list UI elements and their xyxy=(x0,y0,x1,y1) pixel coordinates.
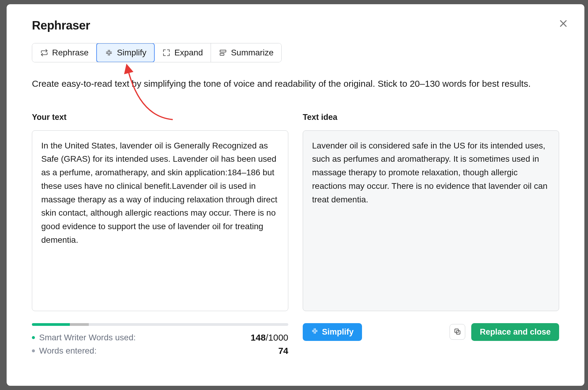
rephrase-icon xyxy=(40,48,48,57)
stat-words-entered: Words entered: 74 xyxy=(32,346,288,356)
modal-title: Rephraser xyxy=(32,19,559,32)
tab-group: Rephrase Simplify Expand xyxy=(32,43,282,62)
tab-description: Create easy-to-read text by simplifying … xyxy=(32,77,556,91)
dot-icon xyxy=(32,349,35,352)
stat-value: 148/1000 xyxy=(251,332,288,343)
simplify-button[interactable]: Simplify xyxy=(303,323,362,341)
tab-label: Expand xyxy=(174,48,203,58)
tab-label: Simplify xyxy=(117,48,146,58)
svg-rect-3 xyxy=(220,53,224,55)
rephraser-modal: Rephraser Rephrase Simplify xyxy=(7,4,584,386)
your-text-label: Your text xyxy=(32,113,288,122)
usage-stats: Smart Writer Words used: 148/1000 Words … xyxy=(32,323,288,359)
close-button[interactable] xyxy=(556,17,571,31)
summarize-icon xyxy=(219,48,227,57)
simplify-icon xyxy=(311,327,318,337)
progress-grey xyxy=(70,323,89,326)
text-idea-column: Text idea Lavender oil is considered saf… xyxy=(303,113,559,359)
stat-value: 74 xyxy=(278,346,288,356)
usage-progress-bar xyxy=(32,323,288,326)
close-icon xyxy=(559,19,568,30)
simplify-icon xyxy=(105,48,113,57)
copy-button[interactable] xyxy=(450,324,465,340)
your-text-column: Your text Smart Writer Words used: 148/1… xyxy=(32,113,288,359)
your-text-input[interactable] xyxy=(32,130,288,311)
button-label: Replace and close xyxy=(480,327,551,337)
stat-words-used: Smart Writer Words used: 148/1000 xyxy=(32,332,288,343)
text-idea-label: Text idea xyxy=(303,113,559,122)
replace-and-close-button[interactable]: Replace and close xyxy=(471,323,559,341)
tab-label: Summarize xyxy=(231,48,274,58)
svg-rect-2 xyxy=(220,50,226,52)
tab-expand[interactable]: Expand xyxy=(154,43,211,62)
dot-icon xyxy=(32,336,35,339)
copy-icon xyxy=(453,328,461,336)
text-idea-output: Lavender oil is considered safe in the U… xyxy=(303,130,559,311)
tab-rephrase[interactable]: Rephrase xyxy=(32,43,97,62)
stat-label: Words entered: xyxy=(39,346,97,356)
tab-summarize[interactable]: Summarize xyxy=(211,43,281,62)
progress-green xyxy=(32,323,70,326)
expand-icon xyxy=(162,48,171,57)
tab-label: Rephrase xyxy=(52,48,88,58)
button-label: Simplify xyxy=(322,327,354,337)
tab-simplify[interactable]: Simplify xyxy=(96,43,155,62)
stat-label: Smart Writer Words used: xyxy=(39,333,136,342)
